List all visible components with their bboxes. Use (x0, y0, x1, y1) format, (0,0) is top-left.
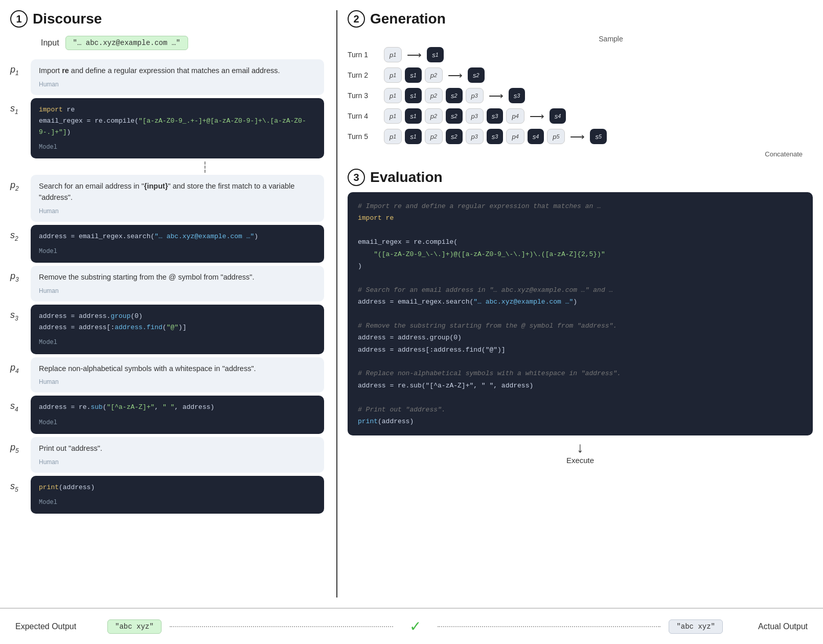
t5-s2: s2 (446, 129, 463, 144)
t3-arrow: ⟶ (489, 89, 504, 102)
s3-role: Model (39, 337, 316, 348)
execute-label: Execute (566, 456, 594, 465)
discourse-s2: s2 address = email_regex.search("… abc.x… (10, 225, 324, 263)
turn-2-label: Turn 2 (348, 71, 381, 79)
s5-role: Model (39, 497, 316, 508)
section-num-2: 2 (348, 10, 365, 28)
input-label: Input (41, 38, 59, 48)
evaluation-section: 3 Evaluation # Import re and define a re… (348, 169, 813, 469)
t1-s1: s1 (427, 47, 444, 62)
s3-box: address = address.group(0) address = add… (31, 305, 324, 354)
turn-4-row: Turn 4 p1 s1 p2 s2 p3 s3 p4 ⟶ s4 (348, 108, 813, 124)
p5-role: Human (39, 457, 316, 467)
t5-s3: s3 (487, 129, 504, 144)
t3-p1: p1 (384, 88, 402, 103)
turn-2-row: Turn 2 p1 s1 p2 ⟶ s2 (348, 67, 813, 83)
actual-box: "abc xyz" (669, 619, 723, 634)
input-row: Input "… abc.xyz@example.com …" (10, 36, 324, 50)
discourse-s4: s4 address = re.sub("[^a-zA-Z]+", " ", a… (10, 396, 324, 433)
discourse-s5: s5 print(address) Model (10, 476, 324, 514)
expected-label: Expected Output (15, 622, 107, 631)
dotted-line-right (438, 626, 661, 627)
t3-p3: p3 (466, 88, 484, 103)
t5-s5: s5 (590, 129, 607, 144)
p1-box: Import re and define a regular expressio… (31, 59, 324, 95)
evaluation-title: 3 Evaluation (348, 169, 813, 186)
p1-label: p1 (10, 64, 25, 77)
concat-label: Concatenate (765, 150, 803, 158)
expected-box: "abc xyz" (107, 619, 162, 634)
t5-s1: s1 (405, 129, 422, 144)
input-value: "… abc.xyz@example.com …" (65, 36, 188, 50)
p4-role: Human (39, 377, 316, 386)
t5-p2: p2 (425, 129, 443, 144)
discourse-panel: 1 Discourse Input "… abc.xyz@example.com… (10, 10, 337, 597)
eval-code-box: # Import re and define a regular express… (348, 192, 813, 435)
dotted-line-left (170, 626, 393, 627)
t4-p2: p2 (425, 108, 443, 124)
t2-p1: p1 (384, 67, 402, 83)
p2-box: Search for an email address in "{input}"… (31, 175, 324, 222)
turn-5-row: Turn 5 p1 s1 p2 s2 p3 s3 p4 s4 p5 ⟶ s5 (348, 129, 813, 144)
discourse-p4: p4 Replace non-alphabetical symbols with… (10, 357, 324, 393)
t2-arrow: ⟶ (448, 69, 463, 81)
discourse-title: 1 Discourse (10, 10, 324, 28)
generation-section: 2 Generation Sample Turn 1 p1 ⟶ s1 Turn … (348, 10, 813, 158)
t4-arrow: ⟶ (530, 110, 544, 122)
p3-box: Remove the substring starting from the @… (31, 266, 324, 302)
p1-role: Human (39, 80, 316, 89)
t1-p1: p1 (384, 47, 402, 62)
t3-s3: s3 (509, 88, 525, 103)
s2-label: s2 (10, 230, 25, 242)
t2-s2: s2 (468, 67, 485, 83)
t5-s4: s4 (528, 129, 544, 144)
turn-4-label: Turn 4 (348, 112, 381, 120)
turn-5-label: Turn 5 (348, 132, 381, 141)
discourse-s1: s1 import re email_regex = re.compile("[… (10, 98, 324, 159)
t1-arrow: ⟶ (407, 49, 422, 61)
t5-p1: p1 (384, 129, 402, 144)
p5-label: p5 (10, 442, 25, 454)
turn-3-label: Turn 3 (348, 91, 381, 100)
t5-p3: p3 (466, 129, 484, 144)
s5-box: print(address) Model (31, 476, 324, 514)
discourse-p1: p1 Import re and define a regular expres… (10, 59, 324, 95)
section-num-1: 1 (10, 10, 28, 28)
s4-box: address = re.sub("[^a-zA-Z]+", " ", addr… (31, 396, 324, 433)
t5-p5: p5 (547, 129, 565, 144)
t2-p2: p2 (425, 67, 443, 83)
execute-row: ↓ Execute (348, 440, 813, 465)
turn-1-row: Turn 1 p1 ⟶ s1 (348, 47, 813, 62)
t4-s3: s3 (487, 108, 504, 124)
t4-p3: p3 (466, 108, 484, 124)
s4-label: s4 (10, 401, 25, 413)
s2-role: Model (39, 246, 316, 257)
t3-p2: p2 (425, 88, 443, 103)
t4-s1: s1 (405, 108, 422, 124)
t5-p4: p4 (506, 129, 524, 144)
s1-box: import re email_regex = re.compile("[a-z… (31, 98, 324, 159)
t4-s4: s4 (550, 108, 566, 124)
discourse-p3: p3 Remove the substring starting from th… (10, 266, 324, 302)
t3-s2: s2 (446, 88, 463, 103)
discourse-p5: p5 Print out "address". Human (10, 437, 324, 473)
s3-label: s3 (10, 310, 25, 322)
s4-role: Model (39, 418, 316, 428)
p3-role: Human (39, 286, 316, 295)
s5-label: s5 (10, 481, 25, 493)
discourse-s3: s3 address = address.group(0) address = … (10, 305, 324, 354)
section-num-3: 3 (348, 169, 365, 186)
sample-label: Sample (409, 35, 813, 43)
t4-p1: p1 (384, 108, 402, 124)
s2-box: address = email_regex.search("… abc.xyz@… (31, 225, 324, 263)
t4-s2: s2 (446, 108, 463, 124)
checkmark: ✓ (409, 618, 421, 635)
execute-arrow: ↓ (577, 440, 584, 456)
t5-arrow: ⟶ (570, 130, 585, 143)
t3-s1: s1 (405, 88, 422, 103)
t4-p4: p4 (506, 108, 524, 124)
s1-label: s1 (10, 103, 25, 116)
p4-box: Replace non-alphabetical symbols with a … (31, 357, 324, 393)
discourse-p2: p2 Search for an email address in "{inpu… (10, 175, 324, 222)
p4-label: p4 (10, 362, 25, 375)
